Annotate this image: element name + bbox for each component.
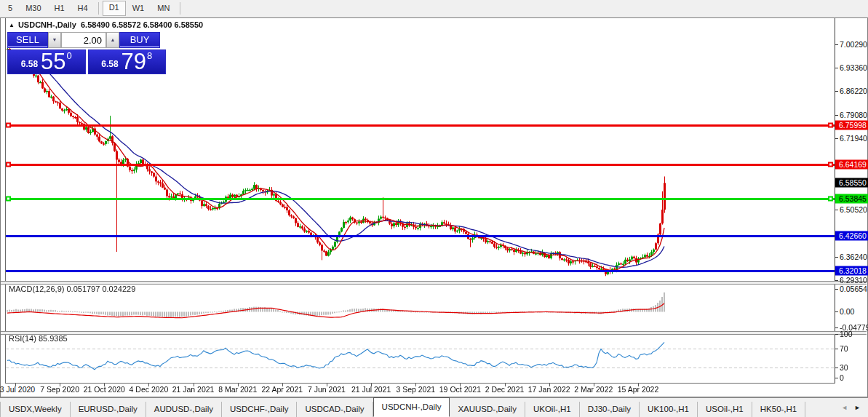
timeframe-button-m30[interactable]: M30 <box>19 1 47 15</box>
price-tick: 6.71940 <box>835 134 868 143</box>
chart-tab-usdcad-daily[interactable]: USDCAD-,Daily <box>297 402 373 417</box>
subwindow-collapse-icon[interactable]: ▲ <box>9 22 15 28</box>
rsi-tick: 30 <box>835 363 868 372</box>
date-tick <box>638 384 639 386</box>
price-badge-6.42660: 6.42660 <box>835 231 868 240</box>
rsi-indicator-label: RSI(14) 85.9385 <box>9 334 68 343</box>
buy-price-pipette: 8 <box>147 50 152 61</box>
line-handle[interactable] <box>828 196 833 201</box>
date-tick <box>371 384 372 386</box>
timeframe-button-h4[interactable]: H4 <box>71 1 95 15</box>
tab-scroll-left-icon[interactable]: ◄ <box>841 404 848 411</box>
date-tick <box>238 384 239 386</box>
line-handle[interactable] <box>828 122 833 127</box>
chart-tab-usoil-h1[interactable]: USOil-,H1 <box>698 402 752 417</box>
date-tick <box>60 384 60 386</box>
trade-controls-row: SELL ▼ ▲ BUY <box>7 32 166 48</box>
sell-button[interactable]: SELL <box>7 32 48 48</box>
chart-bottom-border <box>5 383 835 384</box>
date-tick <box>594 384 594 386</box>
price-badge-6.64169: 6.64169 <box>835 159 868 169</box>
chart-tab-usdcnh-daily[interactable]: USDCNH-,Daily <box>373 397 450 417</box>
chart-tab-xauusd-daily[interactable]: XAUUSD-,Daily <box>450 402 525 417</box>
date-tick <box>148 384 149 386</box>
timeframe-button-w1[interactable]: W1 <box>126 1 151 15</box>
one-click-trade-panel: SELL ▼ ▲ BUY 6.58 55 0 6.58 79 8 <box>7 32 166 74</box>
date-tick <box>327 384 327 386</box>
buy-price-tile[interactable]: 6.58 79 8 <box>88 49 167 74</box>
toolbar-separator <box>98 2 99 15</box>
ohlc-values: 6.58490 6.58572 6.58400 6.58550 <box>81 20 203 29</box>
date-tick <box>15 384 16 386</box>
symbol-timeframe-label: USDCNH-,Daily <box>18 20 76 29</box>
price-tick: 6.93360 <box>835 63 868 72</box>
chart-tab-usdchf-daily[interactable]: USDCHF-,Daily <box>222 402 298 417</box>
price-chart-canvas[interactable] <box>0 29 835 384</box>
price-tick: 6.50520 <box>835 205 868 214</box>
macd-indicator-label: MACD(12,26,9) 0.051797 0.024229 <box>9 285 135 293</box>
chart-tab-dj30-daily[interactable]: DJ30-,Daily <box>580 402 640 417</box>
date-tick <box>549 384 550 386</box>
volume-input[interactable] <box>61 32 106 48</box>
timeframe-button-d1[interactable]: D1 <box>103 1 126 16</box>
chart-tab-eurusd-daily[interactable]: EURUSD-,Daily <box>71 402 146 417</box>
chart-tabs-bar: USDX,WeeklyEURUSD-,DailyAUDUSD-,DailyUSD… <box>0 397 868 417</box>
macd-tick: 0.05654 <box>835 285 868 293</box>
price-tick: 6.29310 <box>835 276 868 285</box>
price-badge-6.32018: 6.32018 <box>835 266 868 276</box>
rsi-panel-splitter[interactable] <box>1 331 867 335</box>
chart-tab-audusd-daily[interactable]: AUDUSD-,Daily <box>146 402 222 417</box>
rsi-tick: 70 <box>835 344 868 353</box>
timeframe-button-5[interactable]: 5 <box>1 1 19 15</box>
buy-price-main: 79 <box>122 52 146 71</box>
chart-tab-ukoil-h1[interactable]: UKOil-,H1 <box>525 402 580 417</box>
macd-tick: 0.00 <box>835 307 868 316</box>
timeframe-toolbar: 5M30H1H4D1W1MN <box>0 0 868 17</box>
price-tiles-row: 6.58 55 0 6.58 79 8 <box>7 49 166 74</box>
chart-tab-usdx-weekly[interactable]: USDX,Weekly <box>0 402 71 417</box>
sell-price-main: 55 <box>41 52 65 71</box>
price-badge-6.53845: 6.53845 <box>835 194 868 203</box>
buy-button[interactable]: BUY <box>119 32 160 48</box>
sell-price-pipette: 0 <box>67 50 72 61</box>
price-tick: 7.00290 <box>835 40 868 49</box>
tab-scroll-arrows: ◄► <box>841 404 868 411</box>
price-tick: 6.86220 <box>835 87 868 95</box>
sell-price-tile[interactable]: 6.58 55 0 <box>7 49 86 74</box>
volume-decrease-button[interactable]: ▼ <box>48 32 61 48</box>
chart-tab-hk50-h1[interactable]: HK50-,H1 <box>752 402 806 417</box>
price-badge-6.75998: 6.75998 <box>835 120 868 130</box>
rsi-tick: 0 <box>835 373 868 382</box>
price-tick: 6.36240 <box>835 253 868 261</box>
timeframe-button-mn[interactable]: MN <box>151 1 176 15</box>
line-handle[interactable] <box>6 122 11 127</box>
sell-price-prefix: 6.58 <box>21 59 38 69</box>
price-tick: 6.79080 <box>835 111 868 119</box>
rsi-tick: 100 <box>835 330 868 338</box>
volume-increase-button[interactable]: ▲ <box>106 32 119 48</box>
chart-title: ▲USDCNH-,Daily6.58490 6.58572 6.58400 6.… <box>9 20 203 29</box>
line-handle[interactable] <box>6 162 11 167</box>
date-tick <box>282 384 283 386</box>
date-tick <box>460 384 461 386</box>
tab-scroll-right-icon[interactable]: ► <box>854 404 861 411</box>
buy-price-prefix: 6.58 <box>101 59 118 69</box>
chart-tab-uk100-h1[interactable]: UK100-,H1 <box>640 402 698 417</box>
toolbar-separator <box>180 2 180 15</box>
line-handle[interactable] <box>828 162 833 167</box>
date-tick <box>194 384 194 386</box>
timeframe-button-h1[interactable]: H1 <box>48 1 71 15</box>
line-handle[interactable] <box>6 196 11 201</box>
date-tick <box>505 384 506 386</box>
date-axis-label: 23 Jul 2020 <box>0 385 35 394</box>
price-badge-6.58550: 6.58550 <box>835 178 868 188</box>
trading-platform-window: 5M30H1H4D1W1MN ▲USDCNH-,Daily6.58490 6.5… <box>0 0 868 417</box>
date-tick <box>104 384 105 386</box>
date-tick <box>415 384 416 386</box>
